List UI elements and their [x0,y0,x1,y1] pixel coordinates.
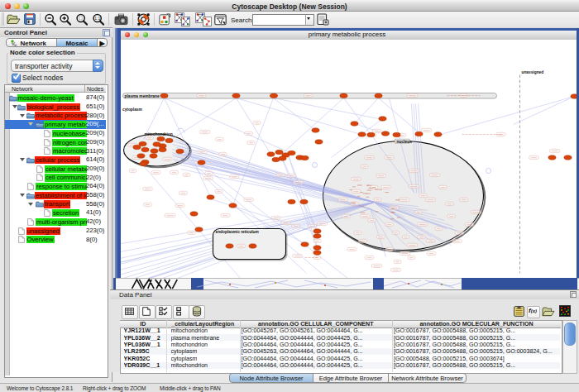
svg-text:nucleus: nucleus [396,139,412,143]
svg-text:cytoplasm: cytoplasm [122,108,142,112]
svg-text:endoplasmic reticulum: endoplasmic reticulum [215,230,258,234]
svg-text:1:1: 1:1 [94,16,100,21]
svg-text:plasma membrane: plasma membrane [124,93,159,98]
svg-text:unassigned: unassigned [521,69,543,74]
svg-text:mitochondrion: mitochondrion [144,132,172,136]
